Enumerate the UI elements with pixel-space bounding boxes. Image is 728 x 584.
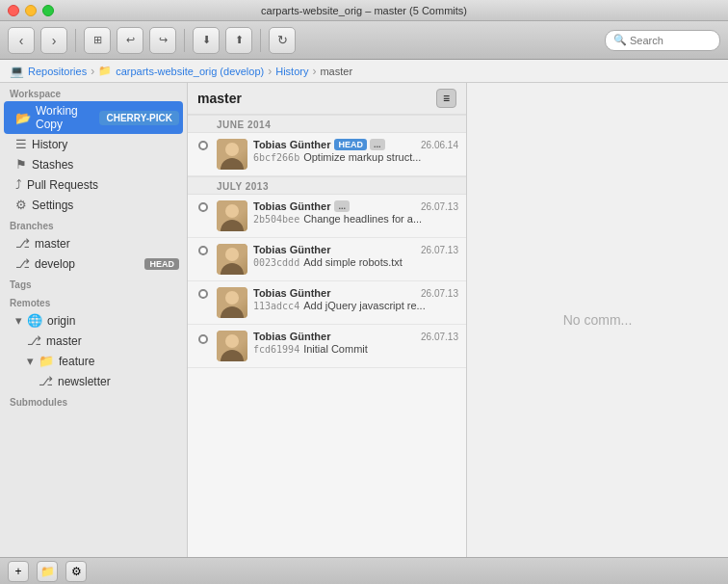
toolbar-btn-2[interactable]: ↩ — [117, 27, 143, 54]
sidebar-item-settings[interactable]: ⚙ Settings — [0, 195, 187, 215]
avatar-face-3 — [217, 244, 247, 275]
commit-panel-header: master ≡ — [188, 83, 466, 115]
bottom-bar: + 📁 ⚙ — [0, 557, 728, 584]
sidebar-item-history[interactable]: ☰ History — [0, 134, 187, 154]
avatar-4 — [217, 287, 247, 318]
commit-message-5: Initial Commit — [303, 343, 368, 355]
dots-badge-1: ... — [370, 139, 385, 150]
commit-item-5[interactable]: Tobias Günther 26.07.13 fcd61994 Initial… — [188, 325, 466, 368]
graph-dot-5 — [198, 334, 208, 344]
minimize-button[interactable] — [25, 5, 37, 16]
history-icon: ☰ — [15, 137, 27, 151]
maximize-button[interactable] — [42, 5, 54, 16]
commit-row1-1: Tobias Günther HEAD ... 26.06.14 — [253, 139, 458, 150]
commit-message-4: Add jQuery javascript re... — [303, 300, 426, 311]
graph-dot-2 — [198, 202, 208, 212]
add-button[interactable]: + — [8, 561, 29, 582]
remotes-section-label: Remotes — [0, 292, 187, 310]
folder-button[interactable]: 📁 — [37, 561, 58, 582]
sidebar-item-stashes[interactable]: ⚑ Stashes — [0, 154, 187, 174]
toolbar-btn-1[interactable]: ⊞ — [84, 27, 111, 54]
commit-row2-5: fcd61994 Initial Commit — [253, 343, 458, 355]
working-copy-label: Working Copy — [36, 104, 94, 131]
toolbar-separator2 — [184, 29, 185, 52]
breadcrumb-sep2: › — [268, 65, 272, 78]
branch-menu-button[interactable]: ≡ — [436, 89, 456, 108]
commit-author-5: Tobias Günther — [253, 331, 330, 342]
commit-panel: master ≡ JUNE 2014 — [188, 83, 467, 557]
commit-row1-3: Tobias Günther 26.07.13 — [253, 244, 458, 255]
history-label: History — [32, 138, 179, 151]
feature-folder-icon: 📁 — [39, 354, 54, 368]
origin-master-label: master — [46, 334, 179, 348]
commit-message-1: Optimize markup struct... — [303, 151, 421, 163]
cherry-pick-badge: CHERRY-PICK — [99, 111, 179, 125]
toolbar-btn-5[interactable]: ⬆ — [225, 27, 252, 54]
commits-scroll[interactable]: JUNE 2014 Tobias Günther HEAD — [188, 115, 466, 557]
commit-info-4: Tobias Günther 26.07.13 113adcc4 Add jQu… — [253, 287, 458, 311]
window-controls — [8, 5, 54, 16]
commit-message-3: Add simple robots.txt — [303, 256, 403, 268]
breadcrumb-repo[interactable]: carparts-website_orig (develop) — [116, 66, 264, 77]
sidebar-item-develop[interactable]: ⎇ develop HEAD — [0, 253, 187, 274]
settings-icon: ⚙ — [15, 198, 27, 212]
workspace-section-label: Workspace — [0, 83, 187, 101]
toolbar-btn-4[interactable]: ⬇ — [193, 27, 220, 54]
commit-hash-4: 113adcc4 — [253, 301, 299, 311]
branch-icon-master: ⎇ — [15, 236, 30, 251]
breadcrumb-branch: master — [320, 66, 352, 77]
toolbar-separator3 — [260, 29, 261, 52]
gear-button[interactable]: ⚙ — [65, 561, 87, 582]
stashes-icon: ⚑ — [15, 157, 27, 172]
back-button[interactable]: ‹ — [8, 27, 35, 54]
sidebar-item-pull-requests[interactable]: ⤴ Pull Requests — [0, 174, 187, 195]
refresh-button[interactable]: ↻ — [269, 27, 296, 54]
commit-hash-1: 6bcf266b — [253, 152, 299, 163]
toolbar-separator — [75, 29, 76, 52]
no-commit-text: No comm... — [563, 312, 633, 328]
commit-author-3: Tobias Günther — [253, 244, 330, 255]
head-badge: HEAD — [144, 258, 179, 270]
search-input[interactable] — [630, 35, 712, 46]
breadcrumb-repositories[interactable]: Repositories — [28, 66, 87, 77]
search-icon: 🔍 — [613, 34, 627, 46]
sidebar-item-origin-newsletter[interactable]: ⎇ newsletter — [0, 371, 187, 391]
commit-row1-2: Tobias Günther ... 26.07.13 — [253, 200, 458, 212]
forward-button[interactable]: › — [40, 27, 67, 54]
graph-dot-1 — [198, 141, 208, 150]
toolbar: ‹ › ⊞ ↩ ↪ ⬇ ⬆ ↻ 🔍 — [0, 21, 728, 60]
breadcrumb-icon: 💻 — [10, 65, 24, 78]
main-layout: Workspace 📂 Working Copy CHERRY-PICK ☰ H… — [0, 83, 728, 557]
breadcrumb-history[interactable]: History — [275, 66, 308, 77]
commit-date-1: 26.06.14 — [421, 140, 458, 150]
toolbar-btn-3[interactable]: ↪ — [149, 27, 176, 54]
avatar-3 — [217, 244, 247, 275]
origin-master-icon: ⎇ — [27, 333, 41, 348]
sidebar-item-working-copy[interactable]: 📂 Working Copy CHERRY-PICK — [4, 101, 183, 134]
month-label-june: JUNE 2014 — [188, 115, 466, 133]
commit-item-4[interactable]: Tobias Günther 26.07.13 113adcc4 Add jQu… — [188, 281, 466, 325]
origin-label: origin — [47, 314, 179, 328]
search-container: 🔍 — [605, 30, 720, 51]
commit-badges-2: ... — [334, 200, 350, 212]
avatar-5 — [217, 331, 247, 361]
commit-date-4: 26.07.13 — [421, 288, 458, 299]
commit-author-4: Tobias Günther — [253, 287, 330, 299]
panel-branch-name: master — [197, 91, 242, 106]
commit-badges-1: HEAD ... — [334, 139, 384, 150]
sidebar-item-origin-master[interactable]: ⎇ master — [0, 331, 187, 351]
head-badge-1: HEAD — [334, 139, 367, 150]
commit-item-2[interactable]: Tobias Günther ... 26.07.13 2b504bee Cha… — [188, 195, 466, 238]
commit-row2-1: 6bcf266b Optimize markup struct... — [253, 151, 458, 163]
commit-row1-4: Tobias Günther 26.07.13 — [253, 287, 458, 299]
sidebar-item-origin[interactable]: ▾ 🌐 origin — [0, 310, 187, 331]
newsletter-label: newsletter — [58, 375, 179, 388]
graph-col-5 — [195, 332, 211, 344]
commit-item-3[interactable]: Tobias Günther 26.07.13 0023cddd Add sim… — [188, 238, 466, 281]
stashes-label: Stashes — [32, 158, 179, 172]
commit-info-2: Tobias Günther ... 26.07.13 2b504bee Cha… — [253, 200, 458, 225]
commit-item-1[interactable]: Tobias Günther HEAD ... 26.06.14 6bcf266… — [188, 133, 466, 176]
sidebar-item-origin-feature[interactable]: ▾ 📁 feature — [0, 351, 187, 371]
sidebar-item-master[interactable]: ⎇ master — [0, 233, 187, 253]
close-button[interactable] — [8, 5, 19, 16]
